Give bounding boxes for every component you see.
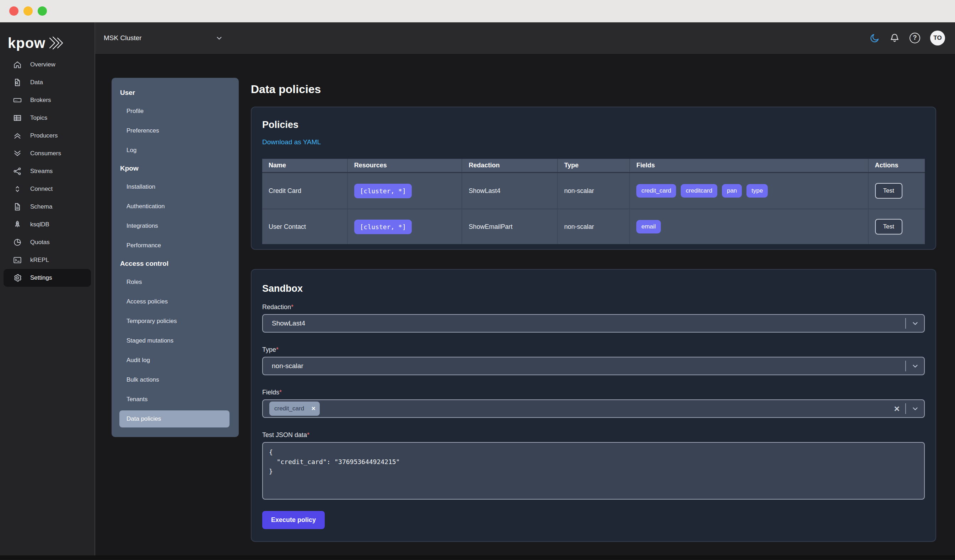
test-json-field-group: Test JSON data* { "credit_card": "376953… xyxy=(262,432,925,500)
zoom-window-button[interactable] xyxy=(38,6,47,16)
cell-actions: Test xyxy=(868,209,925,244)
sidebar-item-consumers[interactable]: Consumers xyxy=(0,145,94,163)
chevrons-up-icon xyxy=(13,131,22,140)
subnav-item-staged-mutations[interactable]: Staged mutations xyxy=(111,331,239,350)
sidebar-item-label: Consumers xyxy=(30,150,61,157)
subnav-item-performance[interactable]: Performance xyxy=(111,236,239,255)
subnav-item-authentication[interactable]: Authentication xyxy=(111,197,239,216)
subnav-item-bulk-actions[interactable]: Bulk actions xyxy=(111,370,239,389)
sidebar-item-data[interactable]: Data xyxy=(0,74,94,91)
column-header-actions: Actions xyxy=(868,159,925,172)
subnav-item-preferences[interactable]: Preferences xyxy=(111,121,239,140)
sidebar-item-label: Data xyxy=(30,79,43,86)
sidebar-item-brokers[interactable]: Brokers xyxy=(0,91,94,109)
field-badge: pan xyxy=(722,184,742,197)
subnav-item-access-policies[interactable]: Access policies xyxy=(111,292,239,311)
chevron-down-icon[interactable] xyxy=(911,319,919,327)
policy-name: Credit Card xyxy=(269,187,301,195)
close-window-button[interactable] xyxy=(9,6,19,16)
sidebar-item-krepl[interactable]: kREPL xyxy=(0,251,94,269)
fields-label: Fields* xyxy=(262,389,925,396)
chevrons-down-icon xyxy=(13,149,22,158)
avatar-initials: TO xyxy=(933,34,941,42)
pie-chart-icon xyxy=(13,238,22,247)
select-divider xyxy=(905,318,906,328)
subnav-item-tenants[interactable]: Tenants xyxy=(111,389,239,409)
document-icon xyxy=(13,202,22,211)
subnav-item-profile[interactable]: Profile xyxy=(111,101,239,121)
subnav-item-temporary-policies[interactable]: Temporary policies xyxy=(111,311,239,331)
bell-icon[interactable] xyxy=(890,33,900,43)
sidebar-item-label: Overview xyxy=(30,61,55,68)
policies-card-title: Policies xyxy=(262,119,925,130)
chevron-down-icon[interactable] xyxy=(911,405,919,413)
policies-card: Policies Download as YAML NameResourcesR… xyxy=(251,106,936,250)
subnav-item-audit-log[interactable]: Audit log xyxy=(111,350,239,370)
redaction-label: Redaction* xyxy=(262,303,925,311)
avatar[interactable]: TO xyxy=(930,31,945,45)
sidebar-item-label: kREPL xyxy=(30,257,49,264)
redaction-select[interactable]: ShowLast4 xyxy=(262,314,925,333)
sidebar-item-topics[interactable]: Topics xyxy=(0,109,94,127)
minimize-window-button[interactable] xyxy=(23,6,33,16)
test-policy-button[interactable]: Test xyxy=(875,219,902,235)
policy-name: User Contact xyxy=(269,223,306,231)
cell-resources: [cluster, *] xyxy=(347,173,462,208)
sidebar-item-quotas[interactable]: Quotas xyxy=(0,233,94,251)
column-header-type: Type xyxy=(557,159,629,172)
clear-selection-icon[interactable]: ✕ xyxy=(894,405,900,413)
type-field-group: Type* non-scalar xyxy=(262,346,925,375)
column-header-fields: Fields xyxy=(629,159,867,172)
test-json-textarea[interactable]: { "credit_card": "376953644924215" } xyxy=(262,442,925,500)
sidebar-item-ksqldb[interactable]: ksqlDB xyxy=(0,216,94,233)
sidebar-item-label: Connect xyxy=(30,186,53,192)
cluster-selector-value: MSK Cluster xyxy=(104,34,142,42)
topbar: MSK Cluster ? xyxy=(95,22,955,54)
chevron-down-icon[interactable] xyxy=(911,362,919,370)
rocket-icon xyxy=(13,220,22,229)
resources-badge: [cluster, *] xyxy=(354,184,412,198)
fields-field-group: Fields* credit_card ✕ ✕ xyxy=(262,389,925,418)
cell-redaction: ShowLast4 xyxy=(462,173,557,208)
test-policy-button[interactable]: Test xyxy=(875,183,902,199)
settings-subnav: UserProfilePreferencesLogKpowInstallatio… xyxy=(111,78,239,437)
subnav-item-roles[interactable]: Roles xyxy=(111,272,239,292)
download-yaml-link[interactable]: Download as YAML xyxy=(262,138,321,146)
subnav-item-integrations[interactable]: Integrations xyxy=(111,216,239,236)
sidebar-nav: OverviewDataBrokersTopicsProducersConsum… xyxy=(0,56,94,287)
sidebar-item-settings[interactable]: Settings xyxy=(3,269,91,287)
sidebar-item-overview[interactable]: Overview xyxy=(0,56,94,74)
cell-fields: email xyxy=(629,209,867,244)
subnav-item-data-policies[interactable]: Data policies xyxy=(119,410,230,427)
subnav-section-kpow: Kpow xyxy=(111,160,239,177)
redaction-value: ShowLast4 xyxy=(469,187,500,195)
moon-icon[interactable] xyxy=(870,33,880,43)
page-title: Data policies xyxy=(251,83,936,96)
fields-multiselect[interactable]: credit_card ✕ ✕ xyxy=(262,399,925,418)
column-header-resources: Resources xyxy=(347,159,462,172)
gear-icon xyxy=(13,273,22,283)
select-divider xyxy=(905,361,906,371)
sidebar-item-label: Streams xyxy=(30,168,53,175)
sidebar-item-schema[interactable]: Schema xyxy=(0,198,94,216)
type-value: non-scalar xyxy=(564,223,594,231)
cluster-selector[interactable]: MSK Cluster xyxy=(104,34,223,42)
sidebar-item-connect[interactable]: Connect xyxy=(0,180,94,198)
help-icon[interactable]: ? xyxy=(910,33,920,43)
cell-name: User Contact xyxy=(262,209,347,244)
remove-chip-icon[interactable]: ✕ xyxy=(307,405,320,412)
field-badge: type xyxy=(747,184,768,197)
policies-table-header: NameResourcesRedactionTypeFieldsActions xyxy=(262,159,925,173)
type-value: non-scalar xyxy=(564,187,594,195)
subnav-item-installation[interactable]: Installation xyxy=(111,177,239,197)
sidebar-item-label: Schema xyxy=(30,203,52,210)
sidebar-item-streams[interactable]: Streams xyxy=(0,163,94,180)
sort-icon xyxy=(13,185,22,194)
select-divider xyxy=(905,403,906,414)
sidebar-item-label: Producers xyxy=(30,132,58,139)
execute-policy-button[interactable]: Execute policy xyxy=(262,511,325,529)
subnav-item-log[interactable]: Log xyxy=(111,140,239,160)
type-select[interactable]: non-scalar xyxy=(262,357,925,375)
sidebar-item-producers[interactable]: Producers xyxy=(0,127,94,145)
cell-fields: credit_cardcreditcardpantype xyxy=(629,173,867,208)
